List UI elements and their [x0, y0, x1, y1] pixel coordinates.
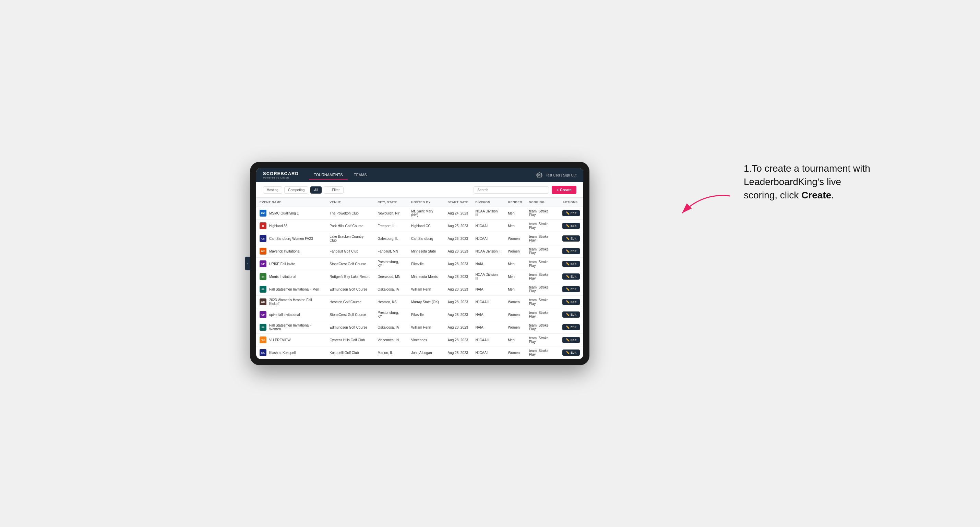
cell-start-date-4: Aug 28, 2023 — [444, 258, 472, 270]
cell-gender-2: Women — [504, 232, 526, 245]
cell-actions-11: ✏️ Edit — [559, 346, 583, 359]
table-row: FS Fall Statesmen Invitational - Men Edm… — [256, 283, 583, 296]
cell-start-date-1: Aug 25, 2023 — [444, 220, 472, 232]
filter-label: Filter — [332, 188, 339, 192]
cell-city-state-2: Galesburg, IL — [374, 232, 408, 245]
gear-icon[interactable] — [536, 172, 542, 178]
table-header-row: EVENT NAME VENUE CITY, STATE HOSTED BY S… — [256, 198, 583, 207]
cell-hosted-by-7: Murray State (OK) — [408, 296, 444, 308]
cell-venue-0: The Powelton Club — [326, 207, 374, 220]
cell-division-9: NAIA — [472, 321, 504, 334]
edit-button-9[interactable]: ✏️ Edit — [562, 324, 580, 330]
cell-actions-8: ✏️ Edit — [559, 308, 583, 321]
tab-tournaments[interactable]: TOURNAMENTS — [309, 171, 348, 179]
team-logo-8: UP — [259, 311, 266, 318]
cell-hosted-by-10: Vincennes — [408, 334, 444, 346]
edit-button-7[interactable]: ✏️ Edit — [562, 299, 580, 305]
event-name-text-4: UPIKE Fall Invite — [269, 262, 295, 266]
filter-icon-btn[interactable]: ☰ Filter — [324, 186, 343, 194]
cell-hosted-by-3: Minnesota State — [408, 245, 444, 258]
cell-scoring-11: team, Stroke Play — [526, 346, 559, 359]
cell-division-10: NJCAA II — [472, 334, 504, 346]
cell-hosted-by-8: Pikeville — [408, 308, 444, 321]
cell-actions-6: ✏️ Edit — [559, 283, 583, 296]
cell-actions-1: ✏️ Edit — [559, 220, 583, 232]
edit-button-6[interactable]: ✏️ Edit — [562, 286, 580, 292]
cell-start-date-8: Aug 28, 2023 — [444, 308, 472, 321]
cell-event-name-2: CS Carl Sandburg Women FA23 — [256, 232, 326, 245]
svg-point-0 — [538, 175, 540, 176]
cell-actions-0: ✏️ Edit — [559, 207, 583, 220]
cell-hosted-by-0: Mt. Saint Mary (NY) — [408, 207, 444, 220]
all-filter-btn[interactable]: All — [310, 186, 321, 194]
annotation-area: 1.To create a tournament with Leaderboar… — [744, 162, 874, 202]
cell-actions-10: ✏️ Edit — [559, 334, 583, 346]
event-name-text-8: upike fall invitational — [269, 313, 300, 317]
table-row: KK Klash at Kokopelli Kokopelli Golf Clu… — [256, 346, 583, 359]
cell-gender-8: Women — [504, 308, 526, 321]
logo-sub: Powered by Clippit — [263, 176, 299, 179]
edit-button-0[interactable]: ✏️ Edit — [562, 210, 580, 216]
cell-gender-0: Men — [504, 207, 526, 220]
cell-division-3: NCAA Division II — [472, 245, 504, 258]
cell-event-name-9: FS Fall Statesmen Invitational - Women — [256, 321, 326, 334]
cell-city-state-6: Oskaloosa, IA — [374, 283, 408, 296]
cell-scoring-9: team, Stroke Play — [526, 321, 559, 334]
cell-division-1: NJCAA I — [472, 220, 504, 232]
cell-city-state-10: Vincennes, IN — [374, 334, 408, 346]
table-row: H Highland 36 Park Hills Golf Course Fre… — [256, 220, 583, 232]
cell-event-name-3: MV Maverick Invitational — [256, 245, 326, 258]
cell-start-date-9: Aug 28, 2023 — [444, 321, 472, 334]
header-user: Test User | Sign Out — [546, 173, 576, 177]
tablet-screen: SCOREBOARD Powered by Clippit TOURNAMENT… — [256, 168, 583, 359]
edit-button-5[interactable]: ✏️ Edit — [562, 273, 580, 279]
cell-gender-9: Women — [504, 321, 526, 334]
cell-city-state-8: Prestonsburg, KY — [374, 308, 408, 321]
header-right: Test User | Sign Out — [536, 172, 576, 178]
cell-division-4: NAIA — [472, 258, 504, 270]
cell-division-2: NJCAA I — [472, 232, 504, 245]
cell-scoring-3: team, Stroke Play — [526, 245, 559, 258]
cell-actions-7: ✏️ Edit — [559, 296, 583, 308]
edit-button-8[interactable]: ✏️ Edit — [562, 311, 580, 317]
cell-venue-8: StoneCrest Golf Course — [326, 308, 374, 321]
cell-gender-5: Men — [504, 270, 526, 283]
edit-button-2[interactable]: ✏️ Edit — [562, 235, 580, 241]
edit-button-10[interactable]: ✏️ Edit — [562, 337, 580, 343]
team-logo-7: WH — [259, 298, 266, 305]
arrow-svg — [668, 189, 737, 224]
cell-city-state-3: Faribault, MN — [374, 245, 408, 258]
cell-venue-7: Hesston Golf Course — [326, 296, 374, 308]
cell-start-date-7: Aug 28, 2023 — [444, 296, 472, 308]
hosting-filter-btn[interactable]: Hosting — [263, 186, 282, 194]
cell-division-5: NCAA Division III — [472, 270, 504, 283]
cell-division-7: NJCAA II — [472, 296, 504, 308]
cell-division-8: NAIA — [472, 308, 504, 321]
cell-gender-6: Men — [504, 283, 526, 296]
annotation-bold: Create — [801, 190, 831, 200]
competing-filter-btn[interactable]: Competing — [284, 186, 308, 194]
cell-gender-3: Women — [504, 245, 526, 258]
search-input[interactable] — [474, 186, 549, 194]
tablet-frame: SCOREBOARD Powered by Clippit TOURNAMENT… — [250, 162, 589, 365]
cell-start-date-5: Aug 28, 2023 — [444, 270, 472, 283]
cell-start-date-2: Aug 26, 2023 — [444, 232, 472, 245]
app-header: SCOREBOARD Powered by Clippit TOURNAMENT… — [256, 168, 583, 182]
cell-start-date-6: Aug 28, 2023 — [444, 283, 472, 296]
filter-icon: ☰ — [328, 188, 331, 192]
cell-actions-2: ✏️ Edit — [559, 232, 583, 245]
col-actions: ACTIONS — [559, 198, 583, 207]
edit-button-11[interactable]: ✏️ Edit — [562, 349, 580, 356]
edit-button-1[interactable]: ✏️ Edit — [562, 223, 580, 229]
filter-left: Hosting Competing All ☰ Filter — [263, 186, 344, 194]
edit-button-3[interactable]: ✏️ Edit — [562, 248, 580, 254]
cell-scoring-7: team, Stroke Play — [526, 296, 559, 308]
team-logo-11: KK — [259, 349, 266, 356]
table-row: MC MSMC Qualifying 1 The Powelton Club N… — [256, 207, 583, 220]
create-button[interactable]: + Create — [552, 186, 576, 194]
nav-tabs: TOURNAMENTS TEAMS — [309, 171, 526, 179]
tab-teams[interactable]: TEAMS — [349, 171, 372, 179]
edit-button-4[interactable]: ✏️ Edit — [562, 261, 580, 267]
sidebar-tab[interactable]: › — [245, 257, 250, 270]
cell-scoring-1: team, Stroke Play — [526, 220, 559, 232]
